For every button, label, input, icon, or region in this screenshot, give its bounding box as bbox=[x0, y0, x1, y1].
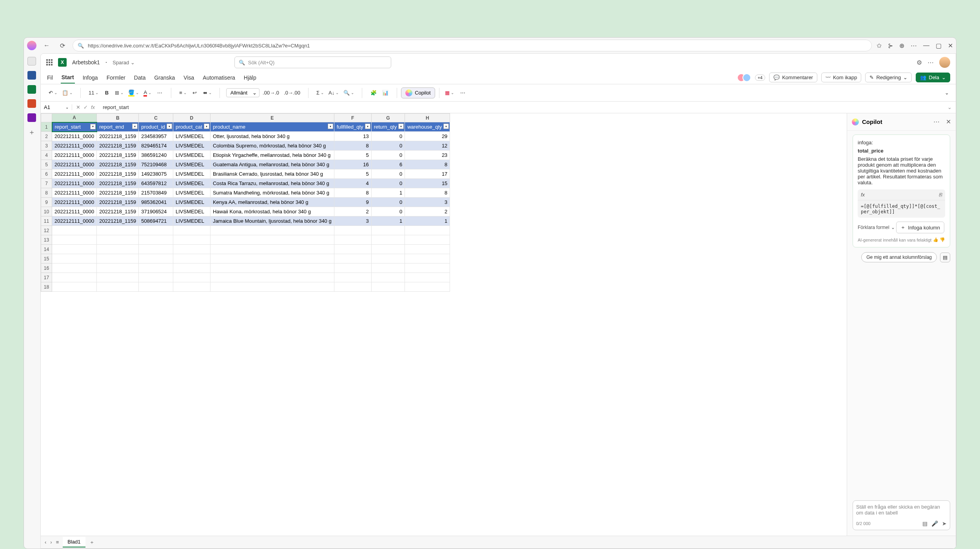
data-cell[interactable]: 12 bbox=[405, 141, 450, 151]
data-cell[interactable]: Costa Rica Tarrazu, mellanrostad, hela b… bbox=[210, 179, 334, 188]
data-cell[interactable]: 202212111_0000 bbox=[52, 141, 97, 151]
cancel-formula-icon[interactable]: ✕ bbox=[76, 104, 80, 110]
sheet-prev-icon[interactable]: ‹ bbox=[45, 539, 46, 545]
filter-icon[interactable]: ▾ bbox=[90, 124, 96, 129]
empty-cell[interactable] bbox=[97, 273, 139, 282]
table-header-cell[interactable]: product_cat▾ bbox=[173, 122, 210, 132]
table-header-cell[interactable]: fullfilled_qty▾ bbox=[334, 122, 371, 132]
data-cell[interactable]: 643597812 bbox=[139, 179, 173, 188]
empty-cell[interactable] bbox=[210, 264, 334, 273]
empty-cell[interactable] bbox=[139, 273, 173, 282]
data-cell[interactable]: Jamaica Blue Mountain, ljusrostad, hela … bbox=[210, 216, 334, 226]
empty-cell[interactable] bbox=[173, 235, 210, 245]
empty-cell[interactable] bbox=[97, 254, 139, 264]
filter-icon[interactable]: ▾ bbox=[167, 124, 172, 129]
row-header[interactable]: 13 bbox=[41, 235, 52, 245]
back-button[interactable]: ← bbox=[41, 40, 52, 51]
data-cell[interactable]: 8 bbox=[334, 188, 371, 198]
word-icon[interactable] bbox=[27, 71, 36, 80]
filter-icon[interactable]: ▾ bbox=[328, 124, 333, 129]
copilot-close-icon[interactable]: ✕ bbox=[946, 118, 951, 125]
data-cell[interactable]: Sumatra Mandheling, mörkrostad, hela bön… bbox=[210, 188, 334, 198]
close-button[interactable]: ✕ bbox=[948, 42, 953, 49]
tab-home[interactable]: Start bbox=[61, 72, 75, 84]
settings-icon[interactable]: ⚙ bbox=[916, 59, 922, 66]
number-format-select[interactable]: Allmänt bbox=[226, 88, 260, 97]
empty-cell[interactable] bbox=[52, 235, 97, 245]
empty-cell[interactable] bbox=[334, 226, 371, 235]
empty-cell[interactable] bbox=[139, 264, 173, 273]
row-header[interactable]: 8 bbox=[41, 188, 52, 198]
data-cell[interactable]: 202212111_0000 bbox=[52, 132, 97, 141]
add-sheet-icon[interactable]: ＋ bbox=[89, 539, 94, 546]
copilot-more-icon[interactable]: ⋯ bbox=[933, 118, 940, 125]
presence-more[interactable]: +4 bbox=[755, 75, 766, 81]
empty-cell[interactable] bbox=[97, 264, 139, 273]
column-header[interactable]: G bbox=[371, 114, 405, 122]
data-cell[interactable]: 1 bbox=[371, 216, 405, 226]
empty-cell[interactable] bbox=[371, 254, 405, 264]
formula-expand-icon[interactable]: ⌄ bbox=[944, 104, 956, 110]
copilot-ribbon-button[interactable]: Copilot bbox=[401, 87, 435, 98]
sidebar-tab-icon[interactable] bbox=[27, 57, 36, 65]
data-cell[interactable]: 0 bbox=[371, 141, 405, 151]
empty-cell[interactable] bbox=[210, 282, 334, 292]
row-header[interactable]: 6 bbox=[41, 169, 52, 179]
decrease-decimal-button[interactable]: .00→.0 bbox=[261, 87, 281, 98]
data-cell[interactable]: 371906524 bbox=[139, 207, 173, 216]
row-header[interactable]: 1 bbox=[41, 122, 52, 132]
column-header[interactable]: F bbox=[334, 114, 371, 122]
data-cell[interactable]: 20221218_1159 bbox=[97, 179, 139, 188]
more-font-icon[interactable]: ⋯ bbox=[154, 87, 165, 98]
data-cell[interactable]: 20221218_1159 bbox=[97, 151, 139, 160]
empty-cell[interactable] bbox=[405, 235, 450, 245]
empty-cell[interactable] bbox=[334, 254, 371, 264]
data-cell[interactable]: 8 bbox=[334, 141, 371, 151]
data-cell[interactable]: LIVSMEDEL bbox=[173, 188, 210, 198]
sheet-tab[interactable]: Blad1 bbox=[63, 537, 85, 547]
profile-avatar[interactable] bbox=[27, 41, 36, 50]
empty-cell[interactable] bbox=[371, 226, 405, 235]
empty-cell[interactable] bbox=[173, 264, 210, 273]
data-cell[interactable]: 3 bbox=[405, 198, 450, 207]
data-cell[interactable]: 29 bbox=[405, 132, 450, 141]
data-cell[interactable]: 16 bbox=[334, 160, 371, 169]
data-cell[interactable]: 17 bbox=[405, 169, 450, 179]
empty-cell[interactable] bbox=[210, 226, 334, 235]
data-cell[interactable]: 2 bbox=[405, 207, 450, 216]
row-header[interactable]: 14 bbox=[41, 245, 52, 254]
tab-data[interactable]: Data bbox=[133, 72, 147, 83]
more-header-icon[interactable]: ⋯ bbox=[927, 59, 934, 66]
row-header[interactable]: 5 bbox=[41, 160, 52, 169]
borders-button[interactable]: ⊞ bbox=[113, 87, 125, 98]
row-header[interactable]: 9 bbox=[41, 198, 52, 207]
addins-icon[interactable]: 🧩 bbox=[368, 87, 379, 98]
empty-cell[interactable] bbox=[334, 245, 371, 254]
empty-cell[interactable] bbox=[210, 254, 334, 264]
empty-cell[interactable] bbox=[52, 264, 97, 273]
empty-cell[interactable] bbox=[173, 282, 210, 292]
column-header[interactable]: A bbox=[52, 114, 97, 122]
data-cell[interactable]: 5 bbox=[334, 151, 371, 160]
account-avatar[interactable] bbox=[939, 57, 950, 68]
table-header-cell[interactable]: report_start▾ bbox=[52, 122, 97, 132]
add-app-icon[interactable]: ＋ bbox=[28, 127, 35, 137]
empty-cell[interactable] bbox=[173, 254, 210, 264]
tab-formulas[interactable]: Formler bbox=[106, 72, 126, 83]
refresh-button[interactable]: ⟳ bbox=[57, 40, 68, 51]
data-cell[interactable]: 202212111_0000 bbox=[52, 151, 97, 160]
sort-filter-button[interactable]: A↓ bbox=[327, 87, 340, 98]
data-cell[interactable]: 149238075 bbox=[139, 169, 173, 179]
font-color-button[interactable]: A bbox=[142, 87, 153, 98]
empty-cell[interactable] bbox=[139, 226, 173, 235]
column-header[interactable]: C bbox=[139, 114, 173, 122]
data-cell[interactable]: 4 bbox=[334, 179, 371, 188]
explain-formula-link[interactable]: Förklara formel ⌄ bbox=[858, 225, 895, 230]
filter-icon[interactable]: ▾ bbox=[204, 124, 209, 129]
row-header[interactable]: 12 bbox=[41, 226, 52, 235]
data-cell[interactable]: 202212111_0000 bbox=[52, 188, 97, 198]
table-header-cell[interactable]: warehouse_qty▾ bbox=[405, 122, 450, 132]
data-cell[interactable]: 20221218_1159 bbox=[97, 169, 139, 179]
paste-button[interactable]: 📋 bbox=[60, 87, 74, 98]
column-header[interactable]: B bbox=[97, 114, 139, 122]
